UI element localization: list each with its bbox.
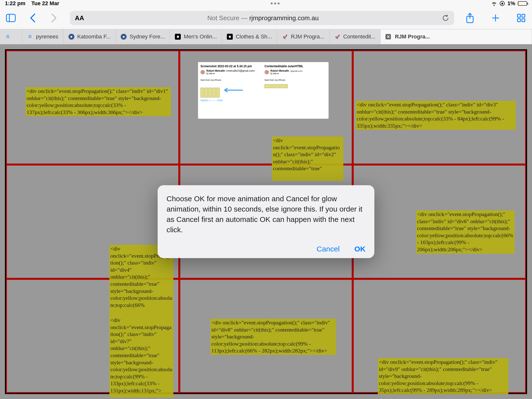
tab-label: Contentedit... (343, 33, 376, 40)
google-favicon: G (5, 34, 11, 40)
arrow-icon (223, 88, 243, 93)
svg-rect-1 (501, 3, 503, 4)
status-date: Tue 22 Mar (31, 0, 59, 7)
cancel-button[interactable]: Cancel (317, 245, 340, 253)
editable-div9[interactable]: <div onclick="event.stopPropagation();" … (378, 358, 508, 394)
url-bar[interactable]: AA Not Secure — rjmprogramming.com.au (70, 11, 454, 25)
tab-4[interactable]: ■ Men's Onlin... (170, 29, 222, 44)
iconic-favicon: ■ (175, 34, 181, 40)
tab-label: Sydney Fore... (130, 33, 165, 40)
svg-rect-9 (522, 14, 525, 17)
forward-button[interactable] (48, 12, 60, 24)
battery-icon (518, 1, 527, 6)
page-content: <div onclick="event.stopPropagation();" … (0, 44, 532, 399)
google-favicon: G (27, 34, 33, 40)
email-screenshot-preview: Screenshot 2022-03-22 at 5.34.15 pm Robe… (198, 62, 329, 119)
svg-rect-11 (522, 19, 525, 22)
svg-rect-8 (517, 14, 520, 17)
orientation-lock-icon (499, 1, 505, 6)
tab-label: Katoomba F... (77, 33, 111, 40)
tab-label: Clothes & Sh... (236, 33, 272, 40)
tabs-strip: G G pyrenees ● Katoomba F... ● Sydney Fo… (0, 29, 532, 44)
refresh-button[interactable] (442, 14, 449, 22)
tab-label: RJM Progra... (291, 33, 324, 40)
wifi-icon (491, 1, 497, 6)
ok-button[interactable]: OK (354, 245, 366, 253)
url-text: Not Secure — rjmprogramming.com.au (88, 14, 438, 22)
tab-7[interactable]: 🚀 Contentedit... (330, 29, 381, 44)
weather-favicon: ● (68, 34, 74, 40)
editable-div8[interactable]: <div onclick="event.stopPropagation();" … (210, 319, 336, 355)
tab-label: Men's Onlin... (184, 33, 217, 40)
svg-rect-2 (6, 14, 15, 22)
status-bar: 1:22 pm Tue 22 Mar 1% (0, 0, 532, 7)
tab-5[interactable]: ■ Clothes & Sh... (222, 29, 277, 44)
tab-3[interactable]: ● Sydney Fore... (116, 29, 170, 44)
tabs-overview-button[interactable] (515, 12, 527, 24)
tab-6[interactable]: 🚀 RJM Progra... (277, 29, 330, 44)
svg-rect-10 (517, 19, 520, 22)
battery-percent: 1% (507, 0, 515, 7)
new-tab-button[interactable] (490, 12, 501, 24)
tab-label: pyrenees (36, 33, 58, 40)
confirm-dialog: Choose OK for move animation and Cancel … (158, 185, 374, 258)
editable-div7[interactable]: <div onclick="event.stopPropagation();" … (109, 316, 173, 398)
tab-1[interactable]: G pyrenees (22, 29, 64, 44)
iconic-favicon: ■ (227, 34, 233, 40)
multitasking-dots[interactable] (271, 2, 280, 4)
sidebar-toggle-button[interactable] (5, 12, 17, 24)
editable-div3[interactable]: <div onclick="event.stopPropagation();" … (356, 101, 516, 130)
status-time: 1:22 pm (5, 0, 25, 7)
share-button[interactable] (464, 12, 476, 24)
tab-0[interactable]: G (0, 29, 22, 44)
dialog-message: Choose OK for move animation and Cancel … (166, 194, 366, 235)
editable-div1[interactable]: <div onclick="event.stopPropagation();" … (26, 87, 171, 116)
tab-label: RJM Progra... (395, 33, 430, 40)
editable-div6[interactable]: <div onclick="event.stopPropagation();" … (416, 210, 515, 254)
editable-div2[interactable]: <div onclick="event.stopPropagation();" … (272, 136, 343, 181)
close-tab-icon[interactable]: ✕ (385, 34, 391, 39)
email-right-title: Contenteditable outerHTML (265, 65, 326, 68)
text-size-button[interactable]: AA (75, 14, 84, 22)
avatar-icon (200, 70, 205, 74)
tab-8-active[interactable]: ✕ RJM Progra... (381, 29, 532, 44)
browser-toolbar: AA Not Secure — rjmprogramming.com.au (0, 7, 532, 29)
back-button[interactable] (27, 12, 38, 24)
weather-favicon: ● (121, 34, 127, 40)
rjm-favicon: 🚀 (334, 34, 340, 40)
email-left-title: Screenshot 2022-03-22 at 5.34.15 pm (200, 65, 262, 68)
tab-2[interactable]: ● Katoomba F... (64, 29, 116, 44)
rjm-favicon: 🚀 (282, 34, 288, 40)
avatar-icon (265, 70, 269, 74)
